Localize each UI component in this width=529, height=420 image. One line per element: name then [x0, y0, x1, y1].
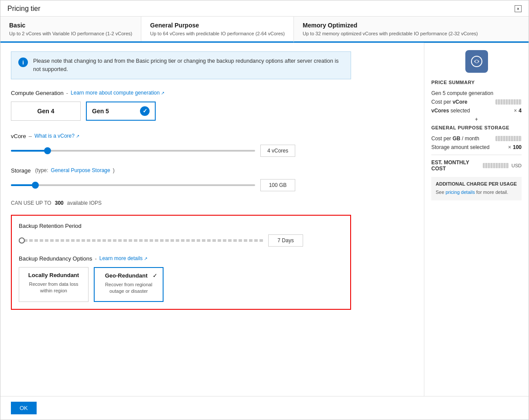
backup-retention-thumb[interactable]: [19, 237, 25, 244]
vcores-selected-label: vCores selected: [431, 108, 512, 114]
storage-title: Storage: [11, 167, 31, 174]
gen-label: Gen 5 compute generation: [431, 90, 522, 96]
vcore-slider-track: [11, 150, 255, 152]
modal-title: Pricing tier: [7, 5, 41, 13]
monthly-cost-currency: USD: [512, 163, 522, 168]
cost-per-gb-label: Cost per GB / month: [431, 135, 495, 142]
backup-retention-slider-row: 7 Days: [19, 234, 343, 247]
pricing-tier-modal: Pricing tier × Basic Up to 2 vCores with…: [0, 0, 529, 420]
storage-section: Storage (type: General Purpose Storage )…: [11, 167, 413, 191]
storage-label: Storage (type: General Purpose Storage ): [11, 167, 413, 174]
ok-button[interactable]: OK: [11, 402, 37, 414]
compute-generation-label: Compute Generation - Learn more about co…: [11, 90, 413, 96]
pricing-details-link[interactable]: pricing details: [446, 190, 475, 195]
close-button[interactable]: ×: [515, 5, 522, 12]
compute-generation-section: Compute Generation - Learn more about co…: [11, 90, 413, 121]
backup-redundancy-dash: -: [95, 255, 96, 262]
backup-redundancy-link[interactable]: Learn more details: [99, 255, 147, 261]
additional-charge-prefix: See: [436, 190, 444, 195]
backup-redundancy-section: Backup Redundancy Options - Learn more d…: [19, 255, 343, 302]
gen-buttons: Gen 4 Gen 5 ✓: [11, 102, 413, 121]
storage-type-paren-close: ): [113, 167, 115, 173]
cost-per-vcore-row: Cost per vCore: [431, 99, 522, 105]
gen4-button[interactable]: Gen 4: [11, 102, 81, 121]
backup-retention-title: Backup Retention Period: [19, 223, 82, 229]
vcore-title: vCore: [11, 133, 26, 139]
tab-basic[interactable]: Basic Up to 2 vCores with Variable IO pe…: [0, 17, 141, 41]
compute-generation-link[interactable]: Learn more about compute generation: [71, 90, 164, 96]
modal-body: i Please note that changing to and from …: [0, 43, 529, 396]
tab-memory[interactable]: Memory Optimized Up to 32 memory optimiz…: [294, 17, 487, 41]
storage-amount-label: Storage amount selected: [431, 144, 506, 150]
tab-general[interactable]: General Purpose Up to 64 vCores with pre…: [141, 17, 294, 43]
storage-slider-track: [11, 184, 255, 186]
redundancy-buttons: Locally Redundant Recover from data loss…: [19, 267, 343, 302]
tab-basic-name: Basic: [9, 22, 132, 29]
geo-redundant-button[interactable]: Geo-Redundant ✓ Recover from regional ou…: [94, 267, 164, 302]
backup-retention-value: 7 Days: [268, 234, 303, 247]
locally-redundant-name: Locally Redundant: [24, 272, 83, 278]
price-summary-title: PRICE SUMMARY: [431, 80, 522, 85]
vcore-slider-thumb[interactable]: [44, 147, 51, 154]
gen-label-row: Gen 5 compute generation: [431, 90, 522, 96]
storage-section-label: General Purpose Storage: [431, 125, 522, 130]
backup-redundancy-label: Backup Redundancy Options - Learn more d…: [19, 255, 343, 262]
tab-memory-desc: Up to 32 memory optimized vCores with pr…: [303, 30, 478, 37]
additional-charge-suffix: for more detail.: [476, 190, 508, 195]
storage-slider-container[interactable]: [11, 181, 255, 190]
tab-basic-desc: Up to 2 vCores with Variable IO performa…: [9, 30, 132, 37]
vcore-slider-row: 4 vCores: [11, 145, 413, 157]
backup-retention-slider-container[interactable]: [19, 236, 263, 245]
locally-redundant-header: Locally Redundant: [24, 272, 83, 278]
locally-redundant-desc: Recover from data loss within region: [24, 281, 83, 295]
additional-charge-title: ADDITIONAL CHARGE PER USAGE: [436, 181, 517, 186]
highlighted-backup-section: Backup Retention Period 7 Days: [11, 215, 351, 310]
main-content: i Please note that changing to and from …: [0, 43, 424, 396]
tab-general-desc: Up to 64 vCores with predictable IO perf…: [150, 30, 285, 37]
vcore-dash: –: [29, 133, 32, 139]
modal-footer: OK: [0, 396, 529, 420]
vcore-link[interactable]: What is a vCore?: [34, 133, 79, 139]
price-divider: [431, 155, 522, 155]
monthly-cost-label: EST. MONTHLY COST: [431, 159, 483, 172]
backup-retention-label: Backup Retention Period: [19, 223, 343, 229]
cost-per-gb-blurred: [495, 136, 522, 141]
cost-per-vcore-label: Cost per vCore: [431, 99, 495, 105]
storage-amount-row: Storage amount selected × 100: [431, 144, 522, 150]
storage-type-paren-open: (type:: [35, 167, 48, 173]
plus-row: +: [431, 116, 522, 122]
compute-generation-dash: -: [66, 90, 68, 96]
compute-generation-title: Compute Generation: [11, 90, 64, 96]
additional-charge-section: ADDITIONAL CHARGE PER USAGE See pricing …: [431, 177, 522, 200]
vcore-slider-container[interactable]: [11, 146, 255, 155]
vcore-value-display: 4 vCores: [260, 145, 295, 157]
cost-per-vcore-blurred: [495, 99, 522, 105]
backup-redundancy-title: Backup Redundancy Options: [19, 255, 92, 262]
monthly-cost-row: EST. MONTHLY COST USD: [431, 159, 522, 172]
gen5-button[interactable]: Gen 5 ✓: [86, 102, 156, 121]
geo-redundant-check-icon: ✓: [153, 272, 157, 279]
iops-row: CAN USE UP TO 300 available IOPS: [11, 200, 413, 206]
price-summary-panel: PRICE SUMMARY Gen 5 compute generation C…: [424, 43, 529, 396]
backup-track-dashes: [19, 239, 263, 242]
price-icon-area: [431, 50, 522, 73]
iops-suffix: available IOPS: [67, 200, 102, 206]
info-banner: i Please note that changing to and from …: [11, 51, 351, 79]
locally-redundant-button[interactable]: Locally Redundant Recover from data loss…: [19, 267, 89, 302]
vcore-section: vCore – What is a vCore? 4 vCores: [11, 133, 413, 157]
monthly-cost-blurred: [483, 163, 509, 168]
iops-value: 300: [55, 200, 64, 206]
tab-general-name: General Purpose: [150, 22, 285, 29]
tab-memory-name: Memory Optimized: [303, 22, 478, 29]
info-icon: i: [18, 58, 28, 67]
gen4-label: Gen 4: [38, 108, 55, 115]
storage-multiply: ×: [508, 144, 511, 150]
geo-redundant-desc: Recover from regional outage or disaster: [100, 281, 157, 295]
geo-redundant-header: Geo-Redundant ✓: [100, 272, 157, 279]
svg-point-1: [475, 60, 478, 63]
storage-type-link[interactable]: General Purpose Storage: [51, 167, 110, 173]
cost-per-gb-row: Cost per GB / month: [431, 135, 522, 142]
storage-slider-thumb[interactable]: [32, 182, 39, 189]
vcores-value: 4: [519, 108, 522, 114]
storage-value-display: 100 GB: [260, 179, 295, 191]
